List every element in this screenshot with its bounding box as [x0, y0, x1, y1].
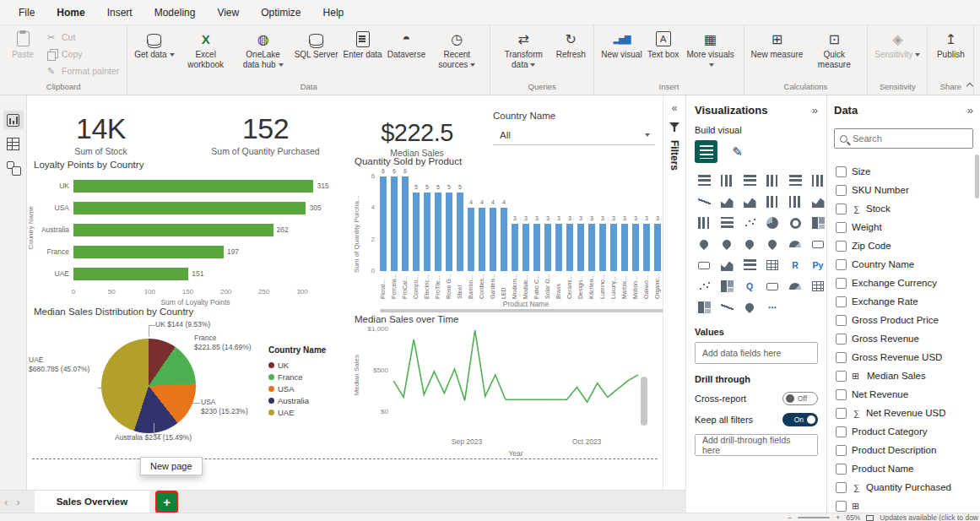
checkbox[interactable]	[836, 389, 847, 400]
card-sum-of-quantity-purchased[interactable]: 152 Sum of Quantity Purchased	[192, 112, 339, 156]
field-gross-revenue-usd[interactable]: Gross Revenue USD	[834, 348, 973, 366]
bar-france[interactable]	[73, 246, 224, 258]
shape-map-icon[interactable]	[740, 235, 759, 253]
filled-map-icon[interactable]	[717, 235, 736, 253]
column-modern[interactable]: 3	[512, 224, 518, 271]
add-data-fields-well[interactable]: Add data fields here	[695, 342, 818, 364]
menu-item-help[interactable]: Help	[313, 3, 355, 23]
ribbon-button-refresh[interactable]: ↻Refresh	[552, 27, 589, 62]
checkbox[interactable]	[836, 371, 847, 382]
line-and-clustered-column-chart-icon[interactable]	[786, 193, 804, 211]
card-sum-of-stock[interactable]: 14K Sum of Stock	[35, 112, 166, 156]
column-motion[interactable]: 3	[632, 224, 639, 271]
menu-item-home[interactable]: Home	[46, 3, 95, 23]
column-brass-c[interactable]: 3	[555, 224, 562, 271]
stacked-area-chart-icon[interactable]	[740, 193, 759, 211]
checkbox[interactable]	[836, 166, 847, 177]
expand-filters-icon[interactable]: «	[672, 102, 678, 114]
azure-map-icon[interactable]	[763, 235, 782, 253]
key-influencers-icon[interactable]	[695, 277, 713, 296]
column-compo[interactable]: 5	[413, 193, 420, 271]
map-icon[interactable]	[695, 235, 713, 253]
qa-visual-icon[interactable]: Q	[740, 277, 759, 296]
line-and-stacked-column-chart-icon[interactable]	[763, 193, 782, 211]
ribbon-button-recent-sources[interactable]: ◷Recent sources	[428, 27, 485, 73]
column-bambo[interactable]: 4	[468, 208, 474, 271]
field-net-revenue[interactable]: Net Revenue	[834, 385, 973, 404]
field-weight[interactable]: Weight	[834, 218, 973, 236]
keep-filters-toggle[interactable]: On	[782, 413, 818, 426]
donut-chart-icon[interactable]	[786, 214, 804, 232]
ribbon-button-onelake-data-hub[interactable]: ◍OneLake data hub	[235, 27, 292, 73]
column-cordles[interactable]: 4	[479, 208, 485, 271]
format-visual-icon[interactable]: ✎	[726, 140, 749, 163]
smart-narrative-icon[interactable]	[763, 277, 782, 296]
column-organic[interactable]: 3	[654, 224, 661, 271]
bar-usa[interactable]	[73, 202, 306, 214]
menu-item-view[interactable]: View	[207, 3, 249, 23]
field-country-name[interactable]: Country Name	[834, 255, 973, 274]
column-porcela[interactable]: 6	[391, 176, 398, 271]
checkbox[interactable]	[836, 296, 847, 307]
checkbox[interactable]	[836, 482, 847, 493]
column-steel-la[interactable]: 5	[457, 193, 463, 271]
data-view-button[interactable]	[3, 134, 24, 153]
stacked-column-chart-icon[interactable]	[717, 171, 736, 190]
ribbon-button-new-measure[interactable]: ⊞New measure	[749, 27, 806, 62]
menu-item-insert[interactable]: Insert	[97, 3, 143, 23]
column-kitchen[interactable]: 3	[588, 224, 595, 271]
slicer-dropdown[interactable]: All	[493, 125, 655, 145]
field-quantity-purchased[interactable]: ∑Quantity Purchased	[834, 478, 973, 497]
multi-row-card-icon[interactable]	[695, 256, 713, 274]
ribbon-button-publish[interactable]: ↥Publish	[932, 27, 969, 62]
clustered-column-chart-icon[interactable]	[763, 171, 782, 190]
field-gross-revenue[interactable]: Gross Revenue	[834, 329, 973, 348]
arcgis-map-icon[interactable]	[740, 298, 759, 317]
checkbox[interactable]	[836, 278, 847, 289]
ribbon-button-dataverse[interactable]: ◓Dataverse	[385, 27, 429, 62]
checkbox[interactable]	[836, 204, 847, 214]
field-partial[interactable]: ⊞	[834, 497, 973, 513]
column-led-gar[interactable]: 4	[501, 208, 507, 271]
checkbox[interactable]	[836, 185, 847, 196]
ribbon-button-transform-data[interactable]: ⇄Transform data	[495, 27, 552, 73]
column-lumino[interactable]: 3	[599, 224, 606, 271]
field-gross-product-price[interactable]: Gross Product Price	[834, 311, 973, 329]
menu-item-file[interactable]: File	[8, 3, 45, 23]
zoom-out-button[interactable]: −	[788, 513, 792, 521]
checkbox[interactable]	[836, 464, 847, 475]
expand-pane-icon[interactable]: »	[812, 104, 818, 117]
column-oakwo[interactable]: 3	[643, 224, 650, 271]
card-median-sales[interactable]: $222.5 Median Sales	[358, 119, 476, 158]
gauge-icon[interactable]	[786, 235, 804, 253]
decomposition-tree-icon[interactable]	[717, 277, 736, 296]
field-exchange-rate[interactable]: Exchange Rate	[834, 292, 973, 311]
python-visual-icon[interactable]: Py	[809, 256, 827, 274]
checkbox[interactable]	[836, 334, 847, 345]
ribbon-button-excel-workbook[interactable]: XExcel workbook	[177, 27, 235, 73]
column-protile[interactable]: 5	[435, 193, 441, 271]
search-box[interactable]	[834, 128, 973, 149]
checkbox[interactable]	[836, 426, 847, 437]
updates-notice[interactable]: Updates available (click to dow	[880, 513, 978, 521]
horizontal-scrollbar[interactable]	[380, 309, 672, 312]
checkbox[interactable]	[836, 222, 847, 233]
ribbon-chart-icon[interactable]	[809, 193, 827, 211]
search-input[interactable]	[853, 133, 967, 144]
build-visual-icon[interactable]	[695, 140, 717, 163]
pie-chart-icon[interactable]	[763, 214, 782, 232]
prev-page-arrow-icon[interactable]: ‹	[0, 496, 12, 508]
column-electric[interactable]: 5	[424, 193, 430, 271]
checkbox[interactable]	[836, 501, 847, 512]
checkbox[interactable]	[836, 315, 847, 326]
ribbon-button-get-data[interactable]: Get data	[132, 27, 176, 62]
field-stock[interactable]: ∑Stock	[834, 199, 973, 218]
bar-uk[interactable]	[73, 180, 313, 193]
card-icon[interactable]	[809, 235, 827, 253]
next-page-arrow-icon[interactable]: ›	[12, 496, 24, 508]
ribbon-button-paste[interactable]: Paste	[4, 27, 41, 62]
ribbon-button-format-painter[interactable]: ✎Format painter	[41, 64, 122, 78]
legend-item-usa[interactable]: USA	[268, 383, 326, 394]
field-median-sales[interactable]: ⊞Median Sales	[834, 366, 973, 385]
slicer-country-name[interactable]: Country Name All	[493, 111, 655, 145]
